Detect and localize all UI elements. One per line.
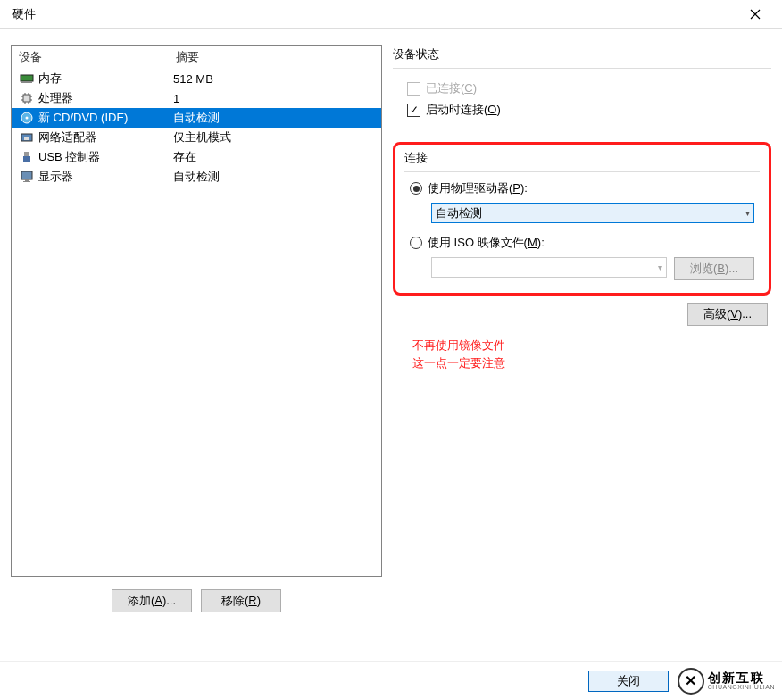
hw-summary: 仅主机模式	[173, 129, 381, 146]
hw-summary: 自动检测	[173, 169, 381, 185]
hw-name: 处理器	[37, 90, 173, 106]
physical-drive-value: 自动检测	[436, 205, 482, 221]
svg-rect-6	[24, 138, 29, 140]
hw-name: 网络适配器	[37, 129, 173, 146]
svg-rect-9	[21, 171, 32, 179]
brand-watermark: ✕ 创新互联 CHUANGXINHULIAN	[678, 668, 775, 695]
connected-checkbox	[407, 82, 420, 96]
connection-highlight: 连接 使用物理驱动器(P): 自动检测 ▾ 使用 ISO 映像文件(M):	[393, 142, 771, 296]
hw-name: 内存	[37, 71, 173, 87]
hw-row-display[interactable]: 显示器 自动检测	[12, 167, 381, 187]
disc-icon	[21, 112, 33, 124]
use-iso-radio[interactable]	[410, 237, 422, 249]
hw-name: 显示器	[37, 169, 173, 185]
col-device-header: 设备	[19, 49, 176, 65]
col-summary-header: 摘要	[176, 49, 199, 65]
hw-row-memory[interactable]: 内存 512 MB	[12, 69, 381, 88]
hw-row-cddvd[interactable]: 新 CD/DVD (IDE) 自动检测	[12, 108, 381, 128]
hw-summary: 512 MB	[173, 72, 381, 86]
connect-on-start-label: 启动时连接(O)	[426, 102, 501, 118]
hw-row-nic[interactable]: 网络适配器 仅主机模式	[12, 128, 381, 147]
hw-row-cpu[interactable]: 处理器 1	[12, 88, 381, 108]
hardware-list[interactable]: 设备 摘要 内存 512 MB 处理器 1 新 CD/DVD (IDE) 自动检…	[11, 45, 382, 577]
use-iso-label: 使用 ISO 映像文件(M):	[428, 235, 545, 251]
window-title: 硬件	[9, 6, 737, 22]
chevron-down-icon: ▾	[745, 208, 750, 218]
settings-panel: 设备状态 已连接(C) ✓ 启动时连接(O) 连接 使用物理驱动器(P):	[393, 45, 771, 612]
annotation-line2: 这一点一定要注意	[412, 354, 771, 372]
usb-icon	[21, 151, 33, 163]
brand-name-en: CHUANGXINHULIAN	[708, 684, 775, 690]
browse-button: 浏览(B)...	[674, 257, 754, 280]
hw-summary: 自动检测	[173, 110, 381, 126]
brand-name-cn: 创新互联	[708, 671, 775, 684]
nic-icon	[21, 131, 33, 144]
connect-on-start-checkbox[interactable]: ✓	[407, 104, 420, 117]
advanced-button[interactable]: 高级(V)...	[687, 303, 768, 326]
physical-drive-select[interactable]: 自动检测 ▾	[431, 203, 754, 223]
titlebar: 硬件	[0, 0, 782, 29]
svg-rect-11	[23, 181, 30, 182]
svg-rect-2	[23, 95, 30, 102]
chevron-down-icon: ▾	[658, 262, 662, 272]
svg-rect-7	[24, 152, 29, 156]
svg-rect-10	[25, 179, 29, 181]
hardware-panel: 设备 摘要 内存 512 MB 处理器 1 新 CD/DVD (IDE) 自动检…	[11, 45, 382, 612]
iso-path-input: ▾	[431, 257, 667, 278]
svg-rect-1	[21, 81, 32, 83]
hw-name: 新 CD/DVD (IDE)	[37, 110, 173, 126]
svg-point-4	[26, 117, 29, 120]
window-close-button[interactable]	[737, 0, 773, 29]
use-physical-radio[interactable]	[410, 182, 422, 195]
close-button[interactable]: 关闭	[588, 671, 669, 692]
monitor-icon	[21, 171, 33, 183]
svg-rect-8	[23, 156, 30, 162]
hw-row-usb[interactable]: USB 控制器 存在	[12, 147, 381, 167]
annotation-text: 不再使用镜像文件 这一点一定要注意	[412, 337, 771, 371]
hw-summary: 1	[173, 92, 381, 105]
memory-icon	[20, 73, 34, 84]
use-physical-label: 使用物理驱动器(P):	[428, 180, 528, 196]
connected-label: 已连接(C)	[426, 80, 477, 96]
add-button[interactable]: 添加(A)...	[112, 589, 192, 612]
annotation-line1: 不再使用镜像文件	[412, 337, 771, 354]
dialog-footer: 关闭 ✕ 创新互联 CHUANGXINHULIAN	[0, 661, 782, 700]
remove-button[interactable]: 移除(R)	[201, 589, 281, 612]
device-state-group: 设备状态 已连接(C) ✓ 启动时连接(O)	[393, 46, 771, 128]
svg-rect-0	[21, 75, 33, 81]
cpu-icon	[21, 92, 33, 104]
connection-title: 连接	[404, 150, 760, 166]
hw-summary: 存在	[173, 149, 381, 165]
hw-name: USB 控制器	[37, 149, 173, 165]
close-icon	[750, 9, 761, 20]
device-state-title: 设备状态	[393, 46, 771, 62]
brand-logo-icon: ✕	[678, 668, 704, 695]
hardware-list-header: 设备 摘要	[12, 46, 381, 69]
